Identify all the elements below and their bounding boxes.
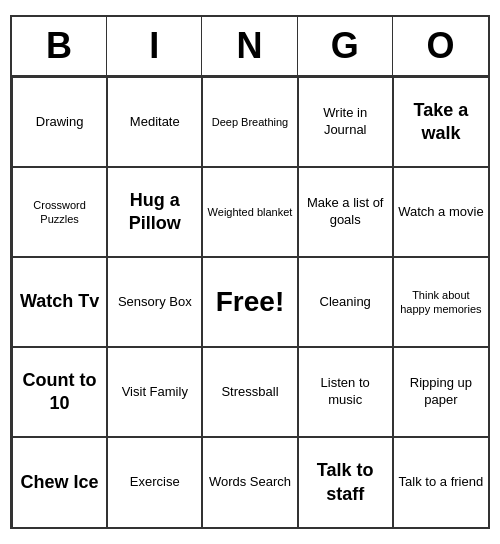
bingo-cell: Free! [202, 257, 297, 347]
bingo-cell: Meditate [107, 77, 202, 167]
bingo-cell: Make a list of goals [298, 167, 393, 257]
bingo-cell: Chew Ice [12, 437, 107, 527]
bingo-cell: Drawing [12, 77, 107, 167]
bingo-cell: Visit Family [107, 347, 202, 437]
bingo-cell: Watch a movie [393, 167, 488, 257]
header-letter: G [298, 17, 393, 75]
bingo-grid: DrawingMeditateDeep BreathingWrite in Jo… [12, 77, 488, 527]
bingo-cell: Hug a Pillow [107, 167, 202, 257]
bingo-card: BINGO DrawingMeditateDeep BreathingWrite… [10, 15, 490, 529]
bingo-cell: Deep Breathing [202, 77, 297, 167]
bingo-cell: Stressball [202, 347, 297, 437]
bingo-cell: Write in Journal [298, 77, 393, 167]
bingo-cell: Watch Tv [12, 257, 107, 347]
bingo-cell: Cleaning [298, 257, 393, 347]
bingo-cell: Take a walk [393, 77, 488, 167]
bingo-cell: Ripping up paper [393, 347, 488, 437]
header-letter: O [393, 17, 488, 75]
bingo-cell: Talk to staff [298, 437, 393, 527]
bingo-cell: Weighted blanket [202, 167, 297, 257]
bingo-cell: Sensory Box [107, 257, 202, 347]
bingo-header: BINGO [12, 17, 488, 77]
bingo-cell: Think about happy memories [393, 257, 488, 347]
bingo-cell: Talk to a friend [393, 437, 488, 527]
header-letter: I [107, 17, 202, 75]
bingo-cell: Listen to music [298, 347, 393, 437]
bingo-cell: Count to 10 [12, 347, 107, 437]
bingo-cell: Crossword Puzzles [12, 167, 107, 257]
header-letter: B [12, 17, 107, 75]
bingo-cell: Exercise [107, 437, 202, 527]
bingo-cell: Words Search [202, 437, 297, 527]
header-letter: N [202, 17, 297, 75]
